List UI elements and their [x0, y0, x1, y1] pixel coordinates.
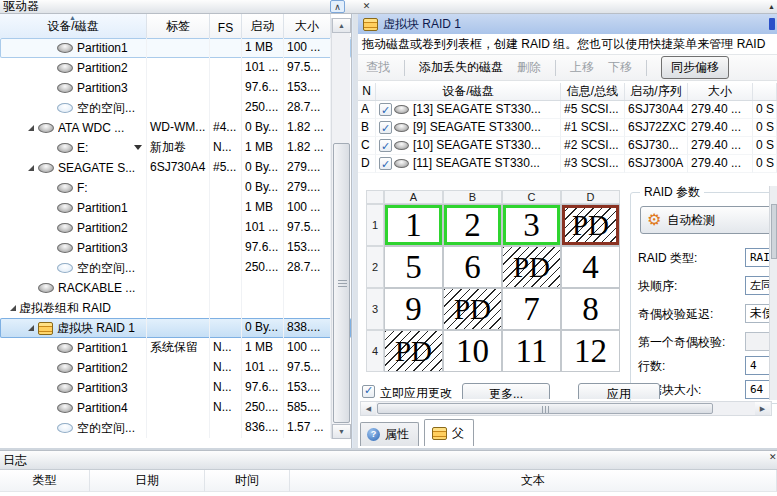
tab-parent[interactable]: 父	[424, 419, 474, 446]
column-header-label[interactable]: 标签	[147, 14, 210, 38]
scroll-up-icon[interactable]: ▲	[764, 0, 777, 13]
raid-grid-cell[interactable]: 9	[384, 288, 443, 330]
tree-row[interactable]: 空的空间...250....28.7...	[0, 98, 351, 118]
tree-row[interactable]: Partition1系统保留N...1 MB100 ...	[0, 338, 351, 358]
expand-arrow-icon[interactable]	[6, 305, 19, 311]
raid-grid-cell[interactable]: 2	[443, 204, 502, 246]
tree-row[interactable]: Partition2101 ...97.5...	[0, 218, 351, 238]
expand-arrow-icon[interactable]	[24, 165, 37, 171]
raid-grid-cell[interactable]: 5	[384, 246, 443, 288]
raid-hscrollbar[interactable]: ◀ ▶	[360, 401, 772, 416]
tree-row[interactable]: Partition2N...101 ...97.5...	[0, 358, 351, 378]
grid-col-header[interactable]: D	[561, 190, 620, 204]
raid-disk-row[interactable]: C[10] SEAGATE ST330...#2 SCSI...6SJ730..…	[358, 137, 777, 155]
grid-row-header[interactable]: 3	[366, 288, 384, 330]
grid-row-header[interactable]: 1	[366, 204, 384, 246]
disk-checkbox[interactable]	[379, 157, 392, 170]
tree-row[interactable]: RACKABLE ...	[0, 278, 351, 298]
raid-column-header[interactable]: 启动/序列	[625, 83, 688, 100]
raid-grid-cell[interactable]: PD	[384, 330, 443, 372]
scrollbar-thumb[interactable]	[377, 403, 713, 414]
raid-grid-cell[interactable]: PD	[502, 246, 561, 288]
more-button[interactable]: 更多...	[462, 383, 550, 399]
tree-row[interactable]: E:新加卷N...1 MB1.82 ...	[0, 138, 351, 158]
log-column-header[interactable]: 时间	[205, 470, 290, 492]
tree-row[interactable]: F:0 By...279....	[0, 178, 351, 198]
close-log-icon[interactable]: ✕	[769, 452, 777, 462]
raid-grid-cell[interactable]: PD	[443, 288, 502, 330]
tree-row[interactable]: Partition397.6...153....	[0, 78, 351, 98]
tab-properties[interactable]: ?属性	[360, 422, 419, 446]
tree-row[interactable]: Partition3N...97.6...153....	[0, 378, 351, 398]
tree-row[interactable]: 空的空间...250....28.7...	[0, 258, 351, 278]
raid-grid-cell[interactable]: 8	[561, 288, 620, 330]
disk-checkbox[interactable]	[379, 139, 392, 152]
raid-grid-cell[interactable]: PD	[561, 204, 620, 246]
tree-row[interactable]: Partition11 MB100 ...	[0, 198, 351, 218]
raid-disk-row[interactable]: D[11] SEAGATE ST330...#3 SCSI...6SJ7300A…	[358, 155, 777, 173]
scroll-up-icon[interactable]: ▲	[332, 18, 351, 33]
tree-row[interactable]: ATA WDC ...WD-WM...#4...0 By...1.82 ...	[0, 118, 351, 138]
scroll-down-icon[interactable]: ▼	[332, 424, 351, 439]
scroll-left-icon[interactable]: ◀	[361, 402, 376, 415]
scrollbar-thumb[interactable]	[771, 204, 777, 259]
disk-checkbox[interactable]	[379, 121, 392, 134]
cell-label	[147, 198, 210, 218]
collapse-panel-button[interactable]: ∧	[330, 0, 345, 13]
log-column-header[interactable]: 文本	[290, 470, 777, 492]
scrollbar-thumb[interactable]	[333, 143, 350, 423]
mount-dropdown-icon[interactable]	[134, 145, 142, 150]
tree-item-label: F:	[77, 179, 88, 198]
apply-now-checkbox[interactable]	[362, 385, 375, 398]
column-header-name[interactable]: 设备/磁盘▲	[0, 14, 147, 38]
tree-row[interactable]: Partition2101 ...97.5...	[0, 58, 351, 78]
raid-grid-cell[interactable]: 1	[384, 204, 443, 246]
autodetect-button[interactable]: ⚙ 自动检测	[640, 206, 772, 234]
header-corner-icon[interactable]	[769, 18, 775, 30]
tree-row[interactable]: 虚拟卷组和 RAID	[0, 298, 351, 318]
column-header-size[interactable]: 大小	[284, 14, 331, 38]
toolbar-button[interactable]: 同步偏移	[661, 56, 729, 79]
raid-grid-cell[interactable]: 3	[502, 204, 561, 246]
close-panel-icon[interactable]: ✕	[359, 0, 374, 13]
raid-grid-cell[interactable]: 12	[561, 330, 620, 372]
raid-column-header[interactable]: 信息/总线	[561, 83, 625, 100]
log-column-header[interactable]: 类型	[0, 470, 90, 492]
scroll-right-icon[interactable]: ▶	[755, 402, 770, 415]
grid-col-header[interactable]: A	[384, 190, 443, 204]
expand-arrow-icon[interactable]	[24, 125, 37, 131]
tree-row[interactable]: Partition11 MB100 ...	[0, 38, 351, 58]
tree-row[interactable]: Partition397.6...153....	[0, 238, 351, 258]
raid-disk-row[interactable]: A[13] SEAGATE ST330...#5 SCSI...6SJ730A4…	[358, 101, 777, 119]
raid-column-header[interactable]: N	[358, 83, 376, 100]
drives-tree-scrollbar[interactable]: ▲ ▼	[331, 18, 350, 439]
grid-row-header[interactable]: 4	[366, 330, 384, 372]
grid-col-header[interactable]: B	[443, 190, 502, 204]
cell-start: 101 ...	[242, 58, 284, 78]
column-header-fs[interactable]: FS	[210, 14, 242, 38]
raid-grid-cell[interactable]: 4	[561, 246, 620, 288]
tree-row[interactable]: SEAGATE S...6SJ730A4#5...0 By...279....	[0, 158, 351, 178]
tree-row[interactable]: 虚拟块 RAID 10 By...838....	[0, 318, 351, 338]
raid-grid-cell[interactable]: 11	[502, 330, 561, 372]
apply-button[interactable]: 应用	[578, 383, 660, 399]
log-column-header[interactable]: 日期	[90, 470, 205, 492]
toolbar-item[interactable]: 添加丢失的磁盘	[419, 59, 503, 76]
column-header-start[interactable]: 启动	[242, 14, 284, 38]
tab-label: 属性	[385, 426, 409, 443]
raid-grid-cell[interactable]: 10	[443, 330, 502, 372]
raid-grid-cell[interactable]: 7	[502, 288, 561, 330]
grid-row-header[interactable]: 2	[366, 246, 384, 288]
tree-row[interactable]: Partition4N...250....585....	[0, 398, 351, 418]
grid-col-header[interactable]: C	[502, 190, 561, 204]
raid-disk-row[interactable]: B[9] SEAGATE ST3300...#1 SCSI...6SJ72ZXC…	[358, 119, 777, 137]
raid-vscrollbar[interactable]	[769, 186, 777, 400]
expand-arrow-icon[interactable]	[24, 325, 37, 331]
disk-checkbox[interactable]	[379, 103, 392, 116]
raid-column-header[interactable]	[753, 83, 777, 100]
app-window: 驱动器 ∧ ✕ ▲ 设备/磁盘▲标签FS启动大小 Partition11 MB1…	[0, 0, 777, 496]
tree-row[interactable]: 空的空间...836....1.57 ...	[0, 418, 351, 438]
raid-grid-cell[interactable]: 6	[443, 246, 502, 288]
raid-column-header[interactable]: 大小	[688, 83, 753, 100]
raid-column-header[interactable]: 设备/磁盘	[376, 83, 561, 100]
